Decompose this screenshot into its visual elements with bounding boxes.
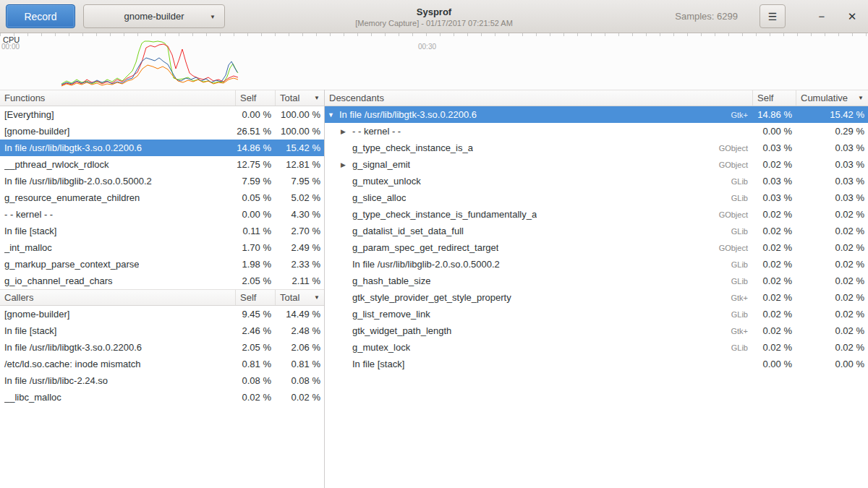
tree-row[interactable]: g_type_check_instance_is_fundamentally_a… xyxy=(325,206,868,223)
self-value: 12.75 % xyxy=(235,159,275,170)
expander-closed-icon[interactable]: ▶ xyxy=(341,128,352,135)
tree-row[interactable]: g_type_check_instance_is_aGObject0.03 %0… xyxy=(325,140,868,156)
function-name: __pthread_rwlock_rdlock xyxy=(4,159,109,170)
column-header-callers[interactable]: Callers xyxy=(0,290,235,305)
sort-descending-icon: ▼ xyxy=(858,95,864,101)
tree-row[interactable]: g_slice_allocGLib0.03 %0.03 % xyxy=(325,189,868,206)
tree-row[interactable]: g_list_remove_linkGLib0.02 %0.02 % xyxy=(325,306,868,322)
function-name-cell: /etc/ld.so.cache: inode mismatch xyxy=(0,359,235,369)
function-name: g_signal_emit xyxy=(352,159,410,170)
header-bar: Record gnome-builder ▼ Sysprof [Memory C… xyxy=(0,0,868,33)
cumulative-value: 15.42 % xyxy=(796,109,868,120)
table-row[interactable]: - - kernel - -0.00 %4.30 % xyxy=(0,206,324,223)
function-name-cell: In file /usr/lib/libc-2.24.so xyxy=(0,375,235,386)
minimize-button[interactable]: − xyxy=(812,7,832,27)
table-row[interactable]: g_resource_enumerate_children0.05 %5.02 … xyxy=(0,189,324,206)
total-value: 14.49 % xyxy=(275,309,324,320)
tree-row[interactable]: g_mutex_lockGLib0.02 %0.02 % xyxy=(325,339,868,356)
column-header-total[interactable]: Total▼ xyxy=(275,90,324,106)
tree-row[interactable]: gtk_style_provider_get_style_propertyGtk… xyxy=(325,289,868,306)
tree-row[interactable]: ▶g_signal_emitGObject0.02 %0.03 % xyxy=(325,156,868,173)
tree-row[interactable]: g_hash_table_sizeGLib0.02 %0.02 % xyxy=(325,273,868,289)
table-row[interactable]: In file /usr/lib/libgtk-3.so.0.2200.62.0… xyxy=(0,339,324,356)
cpu-timeline[interactable]: CPU 00:00 00:30 xyxy=(0,33,868,90)
column-header-total[interactable]: Total▼ xyxy=(275,290,324,305)
self-value: 0.03 % xyxy=(752,176,796,187)
table-row[interactable]: /etc/ld.so.cache: inode mismatch0.81 %0.… xyxy=(0,356,324,372)
tree-row[interactable]: In file [stack]0.00 %0.00 % xyxy=(325,356,868,372)
function-name-cell: In file [stack] xyxy=(325,359,752,369)
column-header-self[interactable]: Self xyxy=(235,90,275,106)
callers-header-label: Callers xyxy=(4,292,33,303)
left-panel: Functions Self Total▼ [Everything]0.00 %… xyxy=(0,90,325,488)
function-name-cell: g_mutex_unlockGLib xyxy=(325,176,752,187)
tree-row[interactable]: ▶- - kernel - -0.00 %0.29 % xyxy=(325,123,868,140)
column-header-descendants[interactable]: Descendants xyxy=(325,90,752,106)
column-header-functions[interactable]: Functions xyxy=(0,90,235,106)
function-name-cell: g_hash_table_sizeGLib xyxy=(325,275,752,286)
record-button[interactable]: Record xyxy=(6,4,75,28)
table-row[interactable]: In file [stack]0.11 %2.70 % xyxy=(0,223,324,239)
table-row[interactable]: In file /usr/lib/libc-2.24.so0.08 %0.08 … xyxy=(0,372,324,389)
tree-row[interactable]: ▼In file /usr/lib/libgtk-3.so.0.2200.6Gt… xyxy=(325,106,868,123)
library-badge: GLib xyxy=(726,310,752,319)
tree-row[interactable]: gtk_widget_path_lengthGtk+0.02 %0.02 % xyxy=(325,322,868,339)
time-label-mid: 00:30 xyxy=(418,43,436,51)
tree-row[interactable]: g_datalist_id_set_data_fullGLib0.02 %0.0… xyxy=(325,223,868,239)
total-value: 0.08 % xyxy=(275,375,324,386)
function-name: In file /usr/lib/libglib-2.0.so.0.5000.2 xyxy=(352,259,500,270)
function-name-cell: In file /usr/lib/libglib-2.0.so.0.5000.2… xyxy=(325,259,752,270)
library-badge: GLib xyxy=(726,227,752,236)
table-row[interactable]: __libc_malloc0.02 %0.02 % xyxy=(0,389,324,406)
cumulative-value: 0.02 % xyxy=(796,226,868,236)
self-value: 0.03 % xyxy=(752,192,796,203)
tree-row[interactable]: g_mutex_unlockGLib0.03 %0.03 % xyxy=(325,173,868,189)
function-name: In file /usr/lib/libglib-2.0.so.0.5000.2 xyxy=(4,176,152,187)
app-title: Sysprof xyxy=(417,7,451,17)
function-name: g_param_spec_get_redirect_target xyxy=(352,242,498,253)
self-value: 0.03 % xyxy=(752,142,796,153)
table-row[interactable]: _int_malloc1.70 %2.49 % xyxy=(0,239,324,256)
tree-row[interactable]: In file /usr/lib/libglib-2.0.so.0.5000.2… xyxy=(325,256,868,273)
table-row[interactable]: In file /usr/lib/libglib-2.0.so.0.5000.2… xyxy=(0,173,324,189)
cumulative-value: 0.02 % xyxy=(796,325,868,336)
close-button[interactable]: ✕ xyxy=(842,7,862,27)
self-value: 2.05 % xyxy=(235,342,275,353)
function-name: g_resource_enumerate_children xyxy=(4,192,140,203)
function-name: g_markup_parse_context_parse xyxy=(4,259,139,270)
table-row[interactable]: g_markup_parse_context_parse1.98 %2.33 % xyxy=(0,256,324,273)
function-name: g_mutex_lock xyxy=(352,342,410,353)
total-value: 15.42 % xyxy=(275,142,324,153)
table-row[interactable]: [gnome-builder]9.45 %14.49 % xyxy=(0,306,324,322)
library-badge: Gtk+ xyxy=(725,111,752,119)
column-header-cumulative[interactable]: Cumulative▼ xyxy=(796,90,868,106)
descendants-header-label: Descendants xyxy=(329,93,384,103)
column-header-self[interactable]: Self xyxy=(235,290,275,305)
target-selector-dropdown[interactable]: gnome-builder ▼ xyxy=(83,4,225,28)
library-badge: GLib xyxy=(726,177,752,186)
expander-open-icon[interactable]: ▼ xyxy=(328,111,339,119)
function-name: __libc_malloc xyxy=(4,392,61,403)
table-row[interactable]: __pthread_rwlock_rdlock12.75 %12.81 % xyxy=(0,156,324,173)
function-name-cell: g_list_remove_linkGLib xyxy=(325,309,752,320)
cumulative-value: 0.00 % xyxy=(796,359,868,369)
tree-row[interactable]: g_param_spec_get_redirect_targetGObject0… xyxy=(325,239,868,256)
table-row[interactable]: [Everything]0.00 %100.00 % xyxy=(0,106,324,123)
table-row[interactable]: In file [stack]2.46 %2.48 % xyxy=(0,322,324,339)
self-value: 1.70 % xyxy=(235,242,275,253)
menu-button[interactable]: ☰ xyxy=(760,4,786,28)
function-name-cell: ▼In file /usr/lib/libgtk-3.so.0.2200.6Gt… xyxy=(325,109,752,120)
function-name-cell: __libc_malloc xyxy=(0,392,235,403)
function-name: [gnome-builder] xyxy=(4,309,69,320)
table-row[interactable]: [gnome-builder]26.51 %100.00 % xyxy=(0,123,324,140)
functions-table: [Everything]0.00 %100.00 %[gnome-builder… xyxy=(0,106,324,289)
cumulative-value: 0.03 % xyxy=(796,159,868,170)
self-value: 0.11 % xyxy=(235,226,275,236)
table-row[interactable]: g_io_channel_read_chars2.05 %2.11 % xyxy=(0,273,324,289)
self-value: 0.02 % xyxy=(752,242,796,253)
target-selector-value: gnome-builder xyxy=(124,11,184,22)
self-value: 0.02 % xyxy=(752,226,796,236)
column-header-self[interactable]: Self xyxy=(752,90,796,106)
table-row[interactable]: In file /usr/lib/libgtk-3.so.0.2200.614.… xyxy=(0,140,324,156)
expander-closed-icon[interactable]: ▶ xyxy=(341,161,352,168)
